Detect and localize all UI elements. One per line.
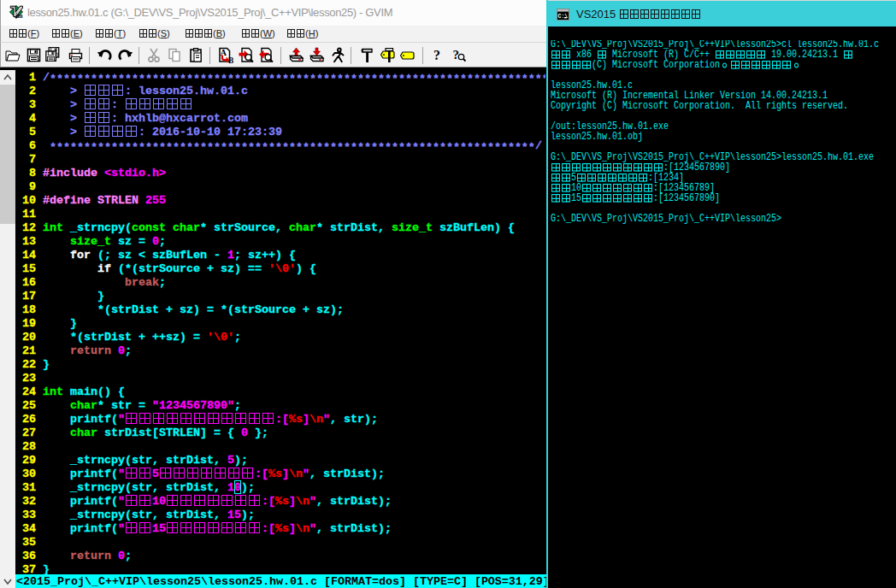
svg-text:C:\: C:\ (558, 14, 569, 20)
svg-text:im: im (15, 12, 23, 20)
svg-text:A: A (221, 48, 227, 57)
svg-text:?: ? (453, 48, 460, 62)
svg-text:B: B (228, 56, 233, 64)
svg-text:?: ? (433, 48, 440, 62)
